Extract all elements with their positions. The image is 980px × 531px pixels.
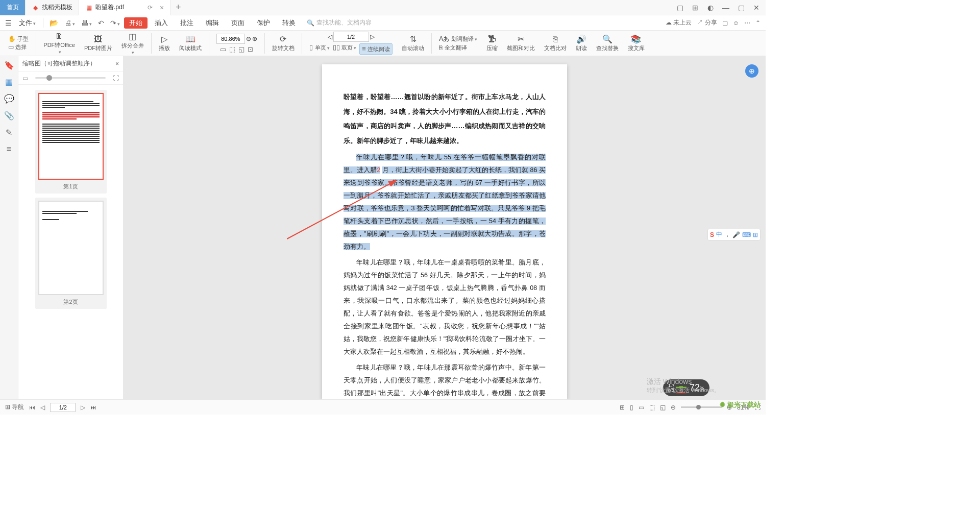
ime-punct[interactable]: ， bbox=[724, 230, 730, 239]
page-input[interactable] bbox=[333, 32, 369, 42]
tab-document[interactable]: ▦ 盼望着.pdf ⟳ × bbox=[79, 0, 170, 15]
zoom-in-icon[interactable]: ⊕ bbox=[252, 35, 257, 42]
actual-size-icon[interactable]: ◱ bbox=[238, 45, 244, 53]
paragraph-2[interactable]: 年味儿在哪里？哦，年味儿 55 在爷爷一幅幅笔墨飘香的对联里。进入腊2 月，街上… bbox=[344, 151, 546, 253]
open-icon[interactable]: 📂 bbox=[47, 19, 60, 27]
feedback-icon[interactable]: ☺ bbox=[733, 19, 739, 27]
skin-icon[interactable]: ◐ bbox=[706, 4, 715, 12]
menu-insert[interactable]: 插入 bbox=[150, 15, 173, 31]
layout-icon[interactable]: ▢ bbox=[676, 4, 684, 12]
screenshot-compare[interactable]: ✂截图和对比 bbox=[504, 32, 538, 55]
zoom-area-icon[interactable]: ⊡ bbox=[248, 45, 253, 53]
zoom-slider[interactable] bbox=[681, 406, 722, 408]
save-icon[interactable]: 🖨 bbox=[62, 19, 77, 27]
comment-icon[interactable]: 💬 bbox=[4, 94, 14, 104]
expand-icon[interactable]: ⌃ bbox=[755, 19, 761, 27]
fit-width-icon[interactable]: ▭ bbox=[220, 45, 226, 53]
print-icon[interactable]: 🖶 bbox=[79, 19, 94, 27]
select-tool[interactable]: ▭ 选择 bbox=[8, 43, 27, 51]
next-page-icon[interactable]: ▷ bbox=[81, 404, 85, 411]
close-panel-icon[interactable]: × bbox=[115, 60, 119, 67]
view-mode-5[interactable]: ◱ bbox=[660, 404, 666, 411]
document-area[interactable]: ⊕ 盼望着，盼望着……翘首以盼的新年近了。街市上车水马龙，人山人海，好不热闹。3… bbox=[124, 56, 766, 399]
undo-icon[interactable]: ↶ bbox=[96, 19, 106, 27]
tab-home[interactable]: 首页 bbox=[0, 0, 26, 15]
menu-protect[interactable]: 保护 bbox=[252, 15, 275, 31]
page-number-input[interactable] bbox=[50, 403, 76, 412]
paragraph-4[interactable]: 年味儿在哪里？哦，年味儿在那震耳欲聋的爆竹声中。新年第一天零点开始，人们便没了睡… bbox=[344, 361, 546, 399]
menu-page[interactable]: 页面 bbox=[226, 15, 250, 31]
thumbnail-icon[interactable]: ▦ bbox=[5, 77, 13, 87]
ime-bar[interactable]: S 中 ， 🎤 ⌨ ⊞ bbox=[707, 229, 761, 240]
signature-icon[interactable]: ✎ bbox=[6, 128, 12, 137]
ime-lang[interactable]: 中 bbox=[716, 230, 722, 239]
split-merge[interactable]: ◫拆分合并 bbox=[118, 32, 147, 55]
cloud-status[interactable]: ☁ 未上云 bbox=[666, 18, 692, 27]
paragraph-1[interactable]: 盼望着，盼望着……翘首以盼的新年近了。街市上车水马龙，人山人海，好不热闹。34 … bbox=[344, 90, 546, 148]
main: 🔖 ▦ 💬 📎 ✎ ≡ 缩略图（可拖动调整顺序） × ▭ ⛶ bbox=[0, 56, 766, 399]
maximize-icon[interactable]: ▢ bbox=[737, 4, 745, 12]
thumb-zoom-out[interactable]: ▭ bbox=[22, 75, 28, 82]
last-page-icon[interactable]: ⏭ bbox=[90, 404, 96, 411]
ime-settings-icon[interactable]: ⊞ bbox=[753, 231, 758, 238]
tab-template[interactable]: ◆ 找稻壳模板 bbox=[26, 0, 79, 15]
close-icon[interactable]: × bbox=[160, 4, 164, 12]
thumb-zoom-in[interactable]: ⛶ bbox=[113, 75, 119, 82]
layers-icon[interactable]: ≡ bbox=[7, 144, 11, 154]
menu-edit[interactable]: 编辑 bbox=[201, 15, 224, 31]
word-trans[interactable]: Aあ 划词翻译 bbox=[439, 35, 477, 43]
text-compare[interactable]: ⎘文档比对 bbox=[541, 32, 570, 55]
read-mode[interactable]: 📖阅读模式 bbox=[176, 32, 205, 55]
bookmark-icon[interactable]: 🔖 bbox=[4, 60, 14, 70]
ime-keyboard-icon[interactable]: ⌨ bbox=[742, 231, 751, 238]
paragraph-3[interactable]: 年味儿在哪里？哦，年味儿在一桌桌香喷喷的菜肴里。腊月底，妈妈为过年的饭菜忙活了 … bbox=[344, 256, 546, 358]
pdf-to-image[interactable]: 🖼PDF转图片 bbox=[81, 32, 115, 55]
view-mode-1[interactable]: ⊞ bbox=[620, 404, 625, 411]
fit-page-icon[interactable]: ⬚ bbox=[229, 45, 235, 53]
prev-page-icon[interactable]: ◁ bbox=[328, 33, 332, 40]
menu-review[interactable]: 批注 bbox=[175, 15, 199, 31]
minimize-icon[interactable]: — bbox=[722, 4, 730, 12]
first-page-icon[interactable]: ⏮ bbox=[29, 404, 35, 411]
menu-convert[interactable]: 转换 bbox=[277, 15, 301, 31]
view-mode-4[interactable]: ⬚ bbox=[649, 404, 655, 411]
pdf-to-office[interactable]: 🗎PDF转Office bbox=[40, 32, 78, 55]
full-trans[interactable]: ⎘ 全文翻译 bbox=[439, 44, 467, 52]
zoom-out-icon[interactable]: ⊖ bbox=[246, 35, 251, 42]
close-window-icon[interactable]: ✕ bbox=[752, 4, 761, 12]
share-button[interactable]: ↗ 分享 bbox=[697, 18, 717, 27]
attachment-icon[interactable]: 📎 bbox=[4, 111, 14, 120]
view-mode-3[interactable]: ▭ bbox=[639, 404, 644, 411]
rotate-doc[interactable]: ⟳旋转文档 bbox=[269, 32, 298, 55]
compress[interactable]: 🗜压缩 bbox=[483, 32, 501, 55]
zoom-out[interactable]: ⊖ bbox=[671, 404, 676, 411]
nav-toggle[interactable]: ⊞ 导航 bbox=[5, 403, 24, 412]
read-aloud[interactable]: 🔊朗读 bbox=[573, 32, 590, 55]
menu-start[interactable]: 开始 bbox=[124, 17, 148, 29]
play-button[interactable]: ▷播放 bbox=[156, 32, 173, 55]
search-library[interactable]: 📚搜文库 bbox=[625, 32, 648, 55]
thumb-size-slider[interactable] bbox=[35, 77, 106, 79]
view-mode-2[interactable]: ▯ bbox=[630, 404, 633, 411]
double-page[interactable]: ▯▯ 双页 bbox=[333, 43, 357, 55]
file-menu[interactable]: 文件 bbox=[16, 18, 39, 28]
search-box[interactable]: 🔍 查找功能、文档内容 bbox=[307, 18, 372, 27]
single-page[interactable]: ▯ 单页 bbox=[309, 43, 330, 55]
next-page-icon[interactable]: ▷ bbox=[370, 33, 375, 40]
zoom-input[interactable] bbox=[216, 34, 245, 44]
continuous-read[interactable]: ≡ 连续阅读 bbox=[359, 43, 393, 55]
hand-tool[interactable]: ✋ 手型 bbox=[8, 35, 29, 43]
more-icon[interactable]: ⋯ bbox=[744, 19, 750, 27]
float-tool-button[interactable]: ⊕ bbox=[745, 64, 758, 78]
auto-scroll[interactable]: ⇅自动滚动 bbox=[399, 32, 427, 55]
thumbnail-page-1[interactable]: 第1页 bbox=[35, 90, 107, 194]
hamburger-icon[interactable]: ☰ bbox=[5, 19, 12, 27]
settings-icon[interactable]: ▢ bbox=[722, 19, 728, 27]
redo-icon[interactable]: ↷ bbox=[108, 19, 122, 27]
grid-icon[interactable]: ⊞ bbox=[691, 4, 699, 12]
thumbnail-page-2[interactable]: 第2页 bbox=[35, 198, 107, 309]
prev-page-icon[interactable]: ◁ bbox=[40, 404, 45, 411]
find-replace[interactable]: 🔍查找替换 bbox=[593, 32, 622, 55]
ime-voice-icon[interactable]: 🎤 bbox=[732, 231, 740, 238]
new-tab-button[interactable]: + bbox=[170, 2, 186, 13]
